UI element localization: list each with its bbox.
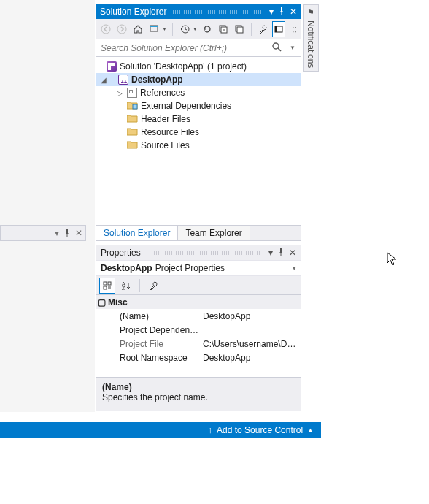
chevron-down-icon[interactable]: ▼ — [162, 26, 167, 31]
header-files-node[interactable]: Header Files — [96, 112, 301, 126]
back-button[interactable] — [99, 21, 112, 37]
project-icon — [118, 75, 128, 85]
svg-rect-9 — [237, 27, 243, 33]
search-icon[interactable] — [268, 42, 285, 54]
properties-description: (Name) Specifies the project name. — [96, 377, 301, 411]
publish-icon[interactable]: ↑ — [208, 425, 212, 435]
collapse-icon[interactable]: ▢ — [96, 297, 107, 308]
svg-rect-14 — [133, 104, 137, 109]
property-row-deps[interactable]: Project Dependencies — [96, 323, 301, 337]
source-files-node[interactable]: Source Files — [96, 139, 301, 152]
chevron-right-icon[interactable]: ▷ — [115, 89, 124, 97]
svg-point-0 — [101, 25, 110, 34]
pin-icon[interactable] — [63, 229, 71, 237]
search-input[interactable] — [96, 43, 268, 53]
solution-explorer-tabs: Solution Explorer Team Explorer — [96, 225, 301, 241]
dropdown-icon[interactable]: ▾ — [269, 4, 274, 19]
references-node[interactable]: ▷ References — [96, 86, 301, 99]
property-row-file[interactable]: Project File C:\Users\username\Documents… — [96, 337, 301, 351]
close-icon[interactable]: ✕ — [75, 228, 82, 238]
svg-point-1 — [117, 25, 126, 34]
property-pages-button[interactable] — [145, 278, 161, 294]
dropdown-icon[interactable]: ▾ — [55, 228, 59, 238]
solution-explorer-toolbar: ▼ ▼ ···· — [96, 19, 301, 39]
external-deps-node[interactable]: External Dependencies — [96, 99, 301, 112]
properties-panel: Properties ▾ ✕ DesktopApp Project Proper… — [96, 245, 301, 411]
chevron-down-icon[interactable]: ◢ — [99, 76, 108, 84]
chevron-down-icon[interactable]: ▼ — [285, 45, 301, 51]
notifications-tab[interactable]: ⚑ Notifications — [303, 4, 319, 72]
chevron-up-icon[interactable]: ▲ — [307, 427, 314, 434]
solution-explorer-panel: Solution Explorer ▾ ✕ ▼ ▼ ···· — [96, 4, 301, 226]
folder-icon — [127, 140, 138, 151]
preview-button[interactable] — [272, 21, 285, 37]
editor-background — [0, 0, 95, 412]
folder-icon — [127, 101, 138, 112]
svg-rect-11 — [275, 26, 277, 32]
properties-toolbar: AZ — [96, 276, 301, 295]
svg-rect-16 — [108, 282, 111, 285]
collapse-all-button[interactable] — [217, 21, 230, 37]
dropdown-icon[interactable]: ▾ — [268, 248, 273, 258]
references-icon — [127, 88, 137, 98]
history-button[interactable] — [178, 21, 191, 37]
resource-files-node[interactable]: Resource Files — [96, 126, 301, 139]
close-icon[interactable]: ✕ — [289, 248, 296, 258]
close-icon[interactable]: ✕ — [290, 4, 297, 19]
forward-button[interactable] — [115, 21, 128, 37]
chevron-down-icon[interactable]: ▾ — [293, 264, 296, 272]
property-row-namespace[interactable]: Root Namespace DesktopApp — [96, 351, 301, 364]
status-bar: ↑ Add to Source Control ▲ — [0, 422, 321, 438]
overflow-icon[interactable]: ···· — [291, 21, 298, 37]
category-row[interactable]: ▢ Misc — [96, 295, 301, 309]
properties-object-selector[interactable]: DesktopApp Project Properties ▾ — [96, 260, 301, 276]
cursor-icon — [387, 252, 398, 269]
svg-rect-15 — [104, 282, 107, 285]
tab-solution-explorer[interactable]: Solution Explorer — [96, 226, 178, 240]
svg-text:Z: Z — [122, 286, 125, 291]
svg-point-12 — [273, 43, 279, 49]
refresh-button[interactable] — [201, 21, 214, 37]
solution-icon — [107, 61, 117, 72]
search-box[interactable]: ▼ — [96, 39, 301, 57]
flag-icon: ⚑ — [307, 8, 314, 18]
solution-explorer-title-bar[interactable]: Solution Explorer ▾ ✕ — [96, 4, 301, 19]
pane-title-text: Properties — [101, 248, 141, 258]
chevron-down-icon[interactable]: ▼ — [193, 26, 198, 31]
categorized-button[interactable] — [99, 278, 115, 294]
solution-node[interactable]: Solution 'DesktopApp' (1 project) — [96, 60, 301, 73]
folder-icon — [127, 127, 138, 138]
svg-line-13 — [278, 48, 281, 51]
pin-icon[interactable] — [277, 248, 285, 258]
tab-team-explorer[interactable]: Team Explorer — [178, 226, 250, 240]
svg-rect-17 — [104, 286, 107, 289]
scope-button[interactable] — [147, 21, 161, 37]
folder-icon — [127, 114, 138, 125]
properties-title-bar[interactable]: Properties ▾ ✕ — [96, 245, 301, 260]
svg-rect-3 — [150, 26, 158, 27]
properties-grid[interactable]: ▢ Misc (Name) DesktopApp Project Depende… — [96, 295, 301, 377]
docked-pane-stub: ▾ ✕ — [0, 225, 86, 241]
solution-tree[interactable]: Solution 'DesktopApp' (1 project) ◢ Desk… — [96, 57, 301, 226]
source-control-button[interactable]: Add to Source Control — [217, 425, 303, 435]
home-button[interactable] — [131, 21, 144, 37]
pane-title-text: Solution Explorer — [100, 4, 166, 19]
project-node[interactable]: ◢ DesktopApp — [96, 73, 301, 86]
property-row-name[interactable]: (Name) DesktopApp — [96, 309, 301, 323]
alphabetical-button[interactable]: AZ — [118, 278, 134, 294]
pin-icon[interactable] — [278, 4, 285, 19]
show-all-button[interactable] — [233, 21, 246, 37]
properties-button[interactable] — [256, 21, 269, 37]
